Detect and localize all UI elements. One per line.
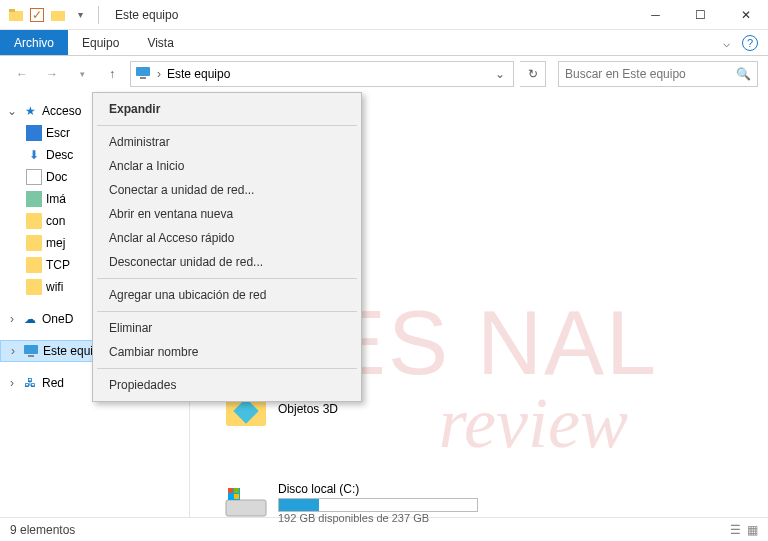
search-input[interactable] bbox=[565, 67, 736, 81]
pc-icon bbox=[135, 66, 151, 83]
context-menu-item[interactable]: Desconectar unidad de red... bbox=[95, 250, 359, 274]
context-menu-item[interactable]: Conectar a unidad de red... bbox=[95, 178, 359, 202]
explorer-icon[interactable] bbox=[50, 7, 66, 23]
drive-usage-bar bbox=[278, 498, 478, 512]
recent-dropdown-icon[interactable]: ▾ bbox=[70, 62, 94, 86]
svg-rect-14 bbox=[234, 488, 239, 493]
svg-rect-11 bbox=[226, 500, 266, 516]
address-chevron-icon[interactable]: › bbox=[157, 67, 161, 81]
context-menu-item[interactable]: Anclar a Inicio bbox=[95, 154, 359, 178]
star-icon: ★ bbox=[22, 103, 38, 119]
tree-label: Doc bbox=[46, 170, 67, 184]
svg-rect-6 bbox=[28, 355, 34, 357]
folder-icon bbox=[26, 279, 42, 295]
context-menu-item[interactable]: Anclar al Acceso rápido bbox=[95, 226, 359, 250]
context-menu-item[interactable]: Agregar una ubicación de red bbox=[95, 283, 359, 307]
back-button[interactable]: ← bbox=[10, 62, 34, 86]
svg-rect-15 bbox=[228, 494, 233, 499]
svg-rect-13 bbox=[228, 488, 233, 493]
drive-free-text: 192 GB disponibles de 237 GB bbox=[278, 512, 478, 524]
folder-icon bbox=[8, 7, 24, 23]
svg-rect-4 bbox=[140, 77, 146, 79]
navigation-bar: ← → ▾ ↑ › Este equipo ⌄ ↻ 🔍 bbox=[0, 56, 768, 92]
context-menu-item[interactable]: Expandir bbox=[95, 97, 359, 121]
ribbon-expand-icon[interactable]: ⌵ bbox=[723, 36, 730, 50]
title-bar: ✓ ▾ Este equipo ─ ☐ ✕ bbox=[0, 0, 768, 30]
search-box[interactable]: 🔍 bbox=[558, 61, 758, 87]
tree-label: OneD bbox=[42, 312, 73, 326]
chevron-right-icon[interactable]: › bbox=[7, 344, 19, 358]
up-button[interactable]: ↑ bbox=[100, 62, 124, 86]
drive-item[interactable]: Disco local (C:) 192 GB disponibles de 2… bbox=[224, 476, 514, 530]
drive-label: Disco local (C:) bbox=[278, 482, 478, 496]
chevron-right-icon[interactable]: › bbox=[6, 376, 18, 390]
minimize-button[interactable]: ─ bbox=[633, 0, 678, 30]
tree-label: Imá bbox=[46, 192, 66, 206]
tree-label: con bbox=[46, 214, 65, 228]
close-button[interactable]: ✕ bbox=[723, 0, 768, 30]
document-icon bbox=[26, 169, 42, 185]
menu-separator bbox=[97, 368, 357, 369]
ribbon-tab-equipo[interactable]: Equipo bbox=[68, 30, 133, 55]
tree-label: wifi bbox=[46, 280, 63, 294]
cloud-icon: ☁ bbox=[22, 311, 38, 327]
tree-label: Red bbox=[42, 376, 64, 390]
network-icon: 🖧 bbox=[22, 375, 38, 391]
folder-icon bbox=[26, 213, 42, 229]
ribbon-tab-file[interactable]: Archivo bbox=[0, 30, 68, 55]
ribbon-tab-vista[interactable]: Vista bbox=[133, 30, 187, 55]
picture-icon bbox=[26, 191, 42, 207]
checkbox-icon[interactable]: ✓ bbox=[30, 8, 44, 22]
menu-separator bbox=[97, 278, 357, 279]
svg-rect-5 bbox=[24, 345, 38, 354]
context-menu-item[interactable]: Eliminar bbox=[95, 316, 359, 340]
folder-label: Objetos 3D bbox=[278, 402, 338, 416]
ribbon: Archivo Equipo Vista ⌵ ? bbox=[0, 30, 768, 56]
address-dropdown-icon[interactable]: ⌄ bbox=[491, 67, 509, 81]
context-menu: ExpandirAdministrarAnclar a InicioConect… bbox=[92, 92, 362, 402]
context-menu-item[interactable]: Abrir en ventana nueva bbox=[95, 202, 359, 226]
status-item-count: 9 elementos bbox=[10, 523, 75, 537]
refresh-button[interactable]: ↻ bbox=[520, 61, 546, 87]
chevron-down-icon[interactable]: ⌄ bbox=[6, 104, 18, 118]
forward-button: → bbox=[40, 62, 64, 86]
context-menu-item[interactable]: Cambiar nombre bbox=[95, 340, 359, 364]
drive-icon bbox=[224, 481, 268, 525]
context-menu-item[interactable]: Administrar bbox=[95, 130, 359, 154]
menu-separator bbox=[97, 311, 357, 312]
address-text: Este equipo bbox=[167, 67, 230, 81]
separator bbox=[98, 6, 99, 24]
maximize-button[interactable]: ☐ bbox=[678, 0, 723, 30]
svg-rect-0 bbox=[9, 11, 23, 21]
menu-separator bbox=[97, 125, 357, 126]
quick-access-toolbar: ✓ ▾ Este equipo bbox=[0, 6, 186, 24]
svg-rect-16 bbox=[234, 494, 239, 499]
download-icon: ⬇ bbox=[26, 147, 42, 163]
window-title: Este equipo bbox=[109, 8, 178, 22]
context-menu-item[interactable]: Propiedades bbox=[95, 373, 359, 397]
svg-rect-2 bbox=[51, 11, 65, 21]
chevron-right-icon[interactable]: › bbox=[6, 312, 18, 326]
tree-label: Desc bbox=[46, 148, 73, 162]
tree-label: mej bbox=[46, 236, 65, 250]
tree-label: Acceso bbox=[42, 104, 81, 118]
desktop-icon bbox=[26, 125, 42, 141]
pc-icon bbox=[23, 343, 39, 359]
tree-label: TCP bbox=[46, 258, 70, 272]
svg-rect-3 bbox=[136, 67, 150, 76]
qat-dropdown-icon[interactable]: ▾ bbox=[72, 7, 88, 23]
folder-icon bbox=[26, 257, 42, 273]
folder-icon bbox=[26, 235, 42, 251]
tree-label: Escr bbox=[46, 126, 70, 140]
address-bar[interactable]: › Este equipo ⌄ bbox=[130, 61, 514, 87]
help-icon[interactable]: ? bbox=[742, 35, 758, 51]
search-icon[interactable]: 🔍 bbox=[736, 67, 751, 81]
svg-rect-1 bbox=[9, 9, 15, 12]
